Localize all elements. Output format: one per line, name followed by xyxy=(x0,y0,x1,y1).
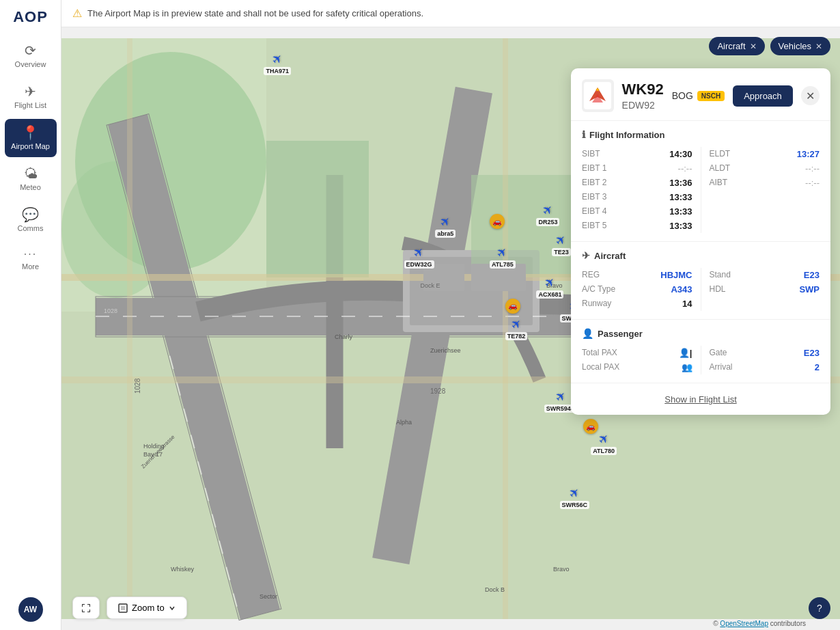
stand-label: Stand xyxy=(710,270,731,280)
svg-rect-36 xyxy=(121,606,125,610)
svg-text:1928: 1928 xyxy=(430,387,446,395)
plane-marker-ATL785[interactable]: ✈ ATL785 xyxy=(490,245,516,269)
plane-label: TE23 xyxy=(552,248,571,256)
plane-label: TE782 xyxy=(505,332,528,340)
approach-button[interactable]: Approach xyxy=(733,85,793,107)
plane-marker-ATL780[interactable]: ✈ ATL780 xyxy=(591,431,617,455)
passenger-title: 👤 Passenger xyxy=(582,328,820,339)
svg-text:Dock B: Dock B xyxy=(485,586,505,593)
sidebar-item-flight-list[interactable]: ✈ Flight List xyxy=(5,78,57,116)
plane-marker-EDW32G[interactable]: ✈ EDW32G xyxy=(404,245,434,269)
aibt-label: AIBT xyxy=(710,178,728,188)
eldt-value: 13:27 xyxy=(797,149,820,159)
svg-text:Bravo: Bravo xyxy=(553,566,570,573)
flight-callsign: EDW92 xyxy=(622,100,664,111)
help-button[interactable]: ? xyxy=(809,597,830,619)
localpax-icon: 👥 xyxy=(682,362,692,372)
meteo-icon: 🌤 xyxy=(24,167,38,180)
map-container[interactable]: 1028 1928 Dock E Bravo Alpha Bravo Charl… xyxy=(61,27,840,630)
sidebar-item-meteo[interactable]: 🌤 Meteo xyxy=(5,160,57,198)
arrival-label: Arrival xyxy=(710,362,733,372)
filter-chips: Aircraft ✕ Vehicles ✕ xyxy=(709,37,830,55)
info-icon: ℹ xyxy=(582,129,585,140)
plane-marker-abra5[interactable]: ✈ abra5 xyxy=(435,214,456,238)
pax-row-local: Local PAX 👥 xyxy=(582,360,692,374)
nsch-badge: NSCH xyxy=(697,91,725,101)
runway-label: Runway xyxy=(582,299,611,309)
stand-value: E23 xyxy=(804,270,820,280)
zoom-button[interactable]: Zoom to xyxy=(107,597,187,619)
zoom-icon xyxy=(118,603,128,613)
plane-marker-SWR56C[interactable]: ✈ SWR56C xyxy=(560,485,590,509)
actype-label: A/C Type xyxy=(582,284,615,295)
flight-info-title: ℹ Flight Information xyxy=(582,129,820,140)
plane-marker-DR253[interactable]: ✈ DR253 xyxy=(536,202,559,226)
eibt5-value: 13:33 xyxy=(669,221,692,231)
vehicles-chip-label: Vehicles xyxy=(779,41,811,51)
panel-close-button[interactable]: ✕ xyxy=(801,86,820,105)
sidebar-item-more[interactable]: ··· More xyxy=(5,242,57,277)
sidebar-item-comms[interactable]: 💬 Comms xyxy=(5,201,57,239)
runway-value: 14 xyxy=(682,299,692,309)
gate-label: Gate xyxy=(710,348,727,358)
aldt-value: --:-- xyxy=(805,163,820,174)
flight-route: BOG NSCH xyxy=(672,90,725,101)
passenger-grid: Total PAX 👤| Local PAX 👥 Gate E23 xyxy=(582,346,820,374)
plane-label: ATL785 xyxy=(490,260,516,269)
plane-label: abra5 xyxy=(435,230,456,238)
aircraft-chip-close[interactable]: ✕ xyxy=(750,42,757,51)
eibt4-value: 13:33 xyxy=(669,206,692,217)
sidebar-item-airport-map[interactable]: 📍 Airport Map xyxy=(5,119,57,157)
plane-marker-TE782[interactable]: ✈ TE782 xyxy=(505,316,528,340)
plane-icon: ✈ xyxy=(539,201,557,219)
hdl-value: SWP xyxy=(799,284,820,295)
expand-button[interactable] xyxy=(72,597,100,619)
svg-text:1028: 1028 xyxy=(134,378,141,394)
plane-icon: ✈ xyxy=(552,231,570,249)
panel-footer: Show in Flight List xyxy=(571,383,830,415)
plane-icon: ✈ xyxy=(436,213,454,230)
reg-label: REG xyxy=(582,270,600,280)
vehicle-marker-v3[interactable]: 🚗 xyxy=(583,419,598,434)
plane-icon: ✈ xyxy=(565,484,583,502)
zoom-label: Zoom to xyxy=(132,603,165,613)
flight-row-eibt2: EIBT 2 13:36 xyxy=(582,176,692,190)
divider xyxy=(701,147,701,233)
sidebar-item-overview[interactable]: ⟳ Overview xyxy=(5,37,57,75)
passenger-section: 👤 Passenger Total PAX 👤| Local PAX 👥 xyxy=(571,320,830,383)
plane-marker-ACX681[interactable]: ✈ ACX681 xyxy=(536,275,563,299)
plane-icon: ✈ xyxy=(494,243,512,260)
svg-rect-12 xyxy=(266,141,369,277)
localpax-label: Local PAX xyxy=(582,362,619,372)
osm-link[interactable]: OpenStreetMap xyxy=(720,620,768,627)
sidebar-item-label-comms: Comms xyxy=(18,224,44,232)
svg-text:1028: 1028 xyxy=(104,307,117,314)
passenger-label: Passenger xyxy=(598,329,643,339)
show-flight-list-button[interactable]: Show in Flight List xyxy=(664,394,737,405)
aircraft-title: ✈ Aircraft xyxy=(582,250,820,261)
aldt-label: ALDT xyxy=(710,163,731,174)
comms-icon: 💬 xyxy=(22,208,39,221)
svg-text:Zuerichsee: Zuerichsee xyxy=(430,347,461,354)
svg-text:Holding: Holding xyxy=(143,443,165,450)
plane-icon: ✈ xyxy=(552,387,570,405)
svg-text:Charly: Charly xyxy=(335,333,353,340)
airport-map-icon: 📍 xyxy=(22,126,39,139)
flight-row-eibt5: EIBT 5 13:33 xyxy=(582,219,692,233)
flight-logo xyxy=(582,79,614,112)
vehicles-chip-close[interactable]: ✕ xyxy=(815,42,822,51)
plane-label: EDW32G xyxy=(404,260,434,269)
flight-row-eibt3: EIBT 3 13:33 xyxy=(582,190,692,204)
warning-text: The Airport Map is in preview state and … xyxy=(87,8,423,18)
chip-vehicles[interactable]: Vehicles ✕ xyxy=(770,37,830,55)
sibt-label: SIBT xyxy=(582,149,600,159)
eibt1-value: --:-- xyxy=(678,163,692,174)
plane-marker-TE23[interactable]: ✈ TE23 xyxy=(552,232,571,256)
reg-value: HBJMC xyxy=(660,270,692,280)
vehicle-marker-v2[interactable]: 🚗 xyxy=(505,299,520,314)
aircraft-section-icon: ✈ xyxy=(582,250,590,261)
passenger-right: Gate E23 Arrival 2 xyxy=(710,346,820,374)
chip-aircraft[interactable]: Aircraft ✕ xyxy=(709,37,764,55)
user-avatar[interactable]: AW xyxy=(18,597,43,622)
plane-marker-THA971[interactable]: ✈ THA971 xyxy=(264,51,291,75)
